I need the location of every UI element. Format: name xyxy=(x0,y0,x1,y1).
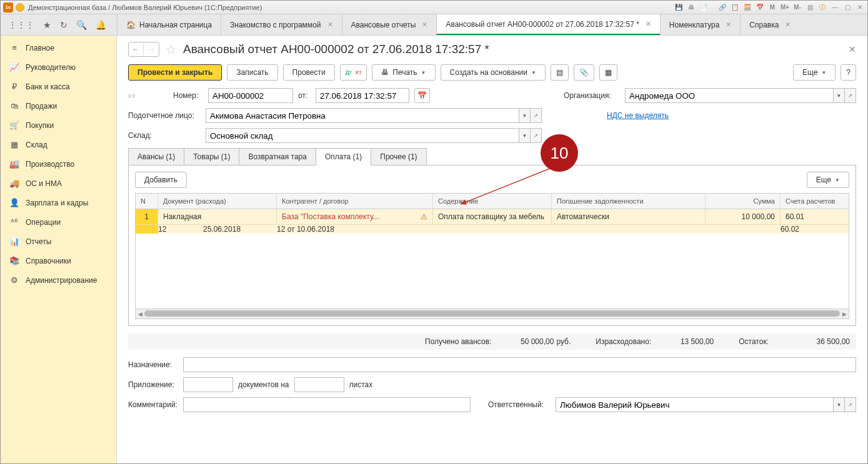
scroll-right-icon[interactable]: ▶ xyxy=(840,309,849,319)
th-ctr[interactable]: Контрагент / договор xyxy=(277,194,433,209)
doc-tab-advances[interactable]: Авансы (1) xyxy=(128,148,184,165)
th-pog[interactable]: Погашение задолженности xyxy=(552,194,706,209)
save-icon[interactable]: 💾 xyxy=(674,3,684,12)
attach-button[interactable]: 📎 xyxy=(574,64,594,81)
open-icon[interactable]: ↗ xyxy=(845,88,856,103)
close-icon[interactable]: ✕ xyxy=(785,21,791,29)
doc-tab-goods[interactable]: Товары (1) xyxy=(184,148,239,165)
struct-button[interactable]: ▤ xyxy=(551,64,569,81)
th-cont[interactable]: Содержание xyxy=(433,194,552,209)
mminus-button[interactable]: M- xyxy=(792,3,802,12)
more-button[interactable]: Еще▼ xyxy=(793,64,836,81)
close-icon[interactable]: ✕ xyxy=(422,21,427,29)
sidebar-item-main[interactable]: ≡Главное xyxy=(1,38,116,57)
scroll-left-icon[interactable]: ◀ xyxy=(136,309,144,319)
sidebar-item-admin[interactable]: ⚙Администрирование xyxy=(1,270,116,290)
history-icon[interactable]: ↻ xyxy=(60,20,67,30)
bell-icon[interactable]: 🔔 xyxy=(96,20,106,30)
forward-button[interactable]: → xyxy=(144,42,159,56)
doc-tab-returns[interactable]: Возвратная тара xyxy=(239,148,316,165)
calendar-icon[interactable]: 📅 xyxy=(755,3,765,12)
favorite-star-icon[interactable]: ☆ xyxy=(166,42,177,57)
tab-reports[interactable]: Авансовые отчеты✕ xyxy=(342,14,437,35)
person-field[interactable] xyxy=(206,108,519,123)
close-window-icon[interactable]: ✕ xyxy=(855,3,865,12)
maximize-icon[interactable]: ▢ xyxy=(842,3,852,12)
sidebar-item-warehouse[interactable]: ▦Склад xyxy=(1,135,116,154)
sidebar-item-sales[interactable]: 🛍Продажи xyxy=(1,96,116,116)
h-scrollbar[interactable]: ◀ ▶ xyxy=(136,309,849,318)
docs-count-field[interactable] xyxy=(183,377,233,392)
panel-icon[interactable]: ▥ xyxy=(805,3,815,12)
help-button[interactable]: ? xyxy=(841,64,856,81)
dropdown-icon[interactable]: ▼ xyxy=(834,88,845,103)
sidebar-item-hr[interactable]: 👤Зарплата и кадры xyxy=(1,193,116,212)
mplus-button[interactable]: M+ xyxy=(780,3,790,12)
th-sum[interactable]: Сумма xyxy=(706,194,781,209)
doc-tab-payment[interactable]: Оплата (1) xyxy=(316,148,371,165)
th-n[interactable]: N xyxy=(136,194,158,209)
copy-icon[interactable]: 📋 xyxy=(730,3,740,12)
print-button[interactable]: 🖶Печать▼ xyxy=(372,64,435,81)
open-icon[interactable]: ↗ xyxy=(531,128,542,143)
search-icon[interactable]: 🔍 xyxy=(76,20,87,30)
post-button[interactable]: Провести xyxy=(283,64,335,81)
doc-tab-other[interactable]: Прочее (1) xyxy=(371,148,426,165)
post-close-button[interactable]: Провести и закрыть xyxy=(128,64,222,81)
help-icon[interactable]: ⓘ xyxy=(817,3,827,12)
sheets-field[interactable] xyxy=(294,377,344,392)
doc-icon[interactable]: 📄 xyxy=(699,3,709,12)
link-icon[interactable]: 🔗 xyxy=(717,3,727,12)
tab-nomenclature[interactable]: Номенклатура✕ xyxy=(660,14,741,35)
th-doc[interactable]: Документ (расхода) xyxy=(158,194,277,209)
scroll-thumb[interactable] xyxy=(144,310,840,317)
minimize-icon[interactable]: — xyxy=(830,3,840,12)
comment-field[interactable] xyxy=(183,397,471,412)
table-row[interactable]: 1 Накладная База "Поставка комплекту...⚠… xyxy=(136,209,849,224)
list-button[interactable]: ▦ xyxy=(599,64,617,81)
close-icon[interactable]: ✕ xyxy=(646,20,651,28)
dropdown-icon[interactable]: ▼ xyxy=(519,108,531,123)
sidebar-item-assets[interactable]: 🚚ОС и НМА xyxy=(1,174,116,193)
save-button[interactable]: Записать xyxy=(227,64,277,81)
apps-icon[interactable]: ⋮⋮⋮ xyxy=(8,20,34,30)
back-button[interactable]: ← xyxy=(129,42,144,56)
dtkt-button[interactable]: ДтКт xyxy=(340,64,367,81)
purpose-field[interactable] xyxy=(183,357,856,372)
tab-intro[interactable]: Знакомство с программой✕ xyxy=(221,14,341,35)
tab-help[interactable]: Справка✕ xyxy=(740,14,799,35)
sidebar-item-operations[interactable]: ᴬᴮОперации xyxy=(1,212,116,232)
panel-more-button[interactable]: Еще▼ xyxy=(807,172,849,188)
sidebar-item-refs[interactable]: 📚Справочники xyxy=(1,251,116,270)
date-field[interactable] xyxy=(316,88,409,103)
tab-home[interactable]: 🏠Начальная страница xyxy=(117,14,221,35)
close-icon[interactable]: ✕ xyxy=(726,21,731,29)
calc-icon[interactable]: 🧮 xyxy=(742,3,752,12)
close-icon[interactable]: ✕ xyxy=(327,21,333,29)
sidebar-item-bank[interactable]: ₽Банк и касса xyxy=(1,77,116,96)
close-page-icon[interactable]: ✕ xyxy=(849,44,856,54)
create-basis-button[interactable]: Создать на основании▼ xyxy=(441,64,546,81)
sidebar-item-purchases[interactable]: 🛒Покупки xyxy=(1,116,116,135)
system-dropdown-icon[interactable] xyxy=(16,3,24,12)
sidebar-item-manager[interactable]: 📈Руководителю xyxy=(1,57,116,77)
open-icon[interactable]: ↗ xyxy=(531,108,542,123)
dropdown-icon[interactable]: ▼ xyxy=(519,128,531,143)
print-icon[interactable]: 🖶 xyxy=(686,3,696,12)
dropdown-icon[interactable]: ▼ xyxy=(834,397,845,412)
m-button[interactable]: M xyxy=(767,3,777,12)
tab-current[interactable]: Авансовый отчет АН00-000002 от 27.06.201… xyxy=(436,14,659,35)
sidebar-item-production[interactable]: 🏭Производство xyxy=(1,154,116,174)
th-acc[interactable]: Счета расчетов xyxy=(781,194,849,209)
sidebar-item-reports[interactable]: 📊Отчеты xyxy=(1,232,116,251)
calendar-button[interactable]: 📅 xyxy=(414,88,430,103)
number-field[interactable] xyxy=(208,88,293,103)
org-field[interactable] xyxy=(625,88,834,103)
warehouse-field[interactable] xyxy=(206,128,519,143)
add-button[interactable]: Добавить xyxy=(135,172,187,188)
vat-link[interactable]: НДС не выделять xyxy=(607,111,669,120)
open-icon[interactable]: ↗ xyxy=(845,397,856,412)
table-row[interactable]: 1225.06.2018 12 от 10.06.2018 60.02 xyxy=(136,224,849,234)
star-icon[interactable]: ★ xyxy=(43,20,51,30)
resp-field[interactable] xyxy=(556,397,834,412)
